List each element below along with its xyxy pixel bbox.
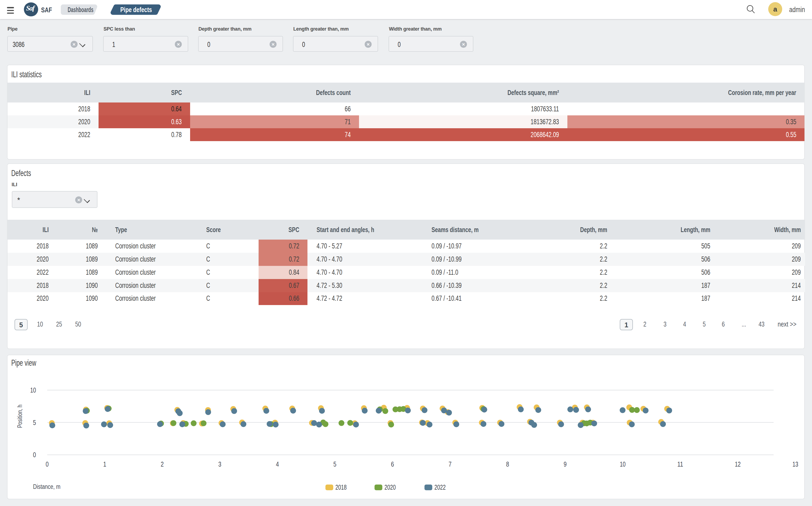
svg-text:0: 0 <box>46 460 49 468</box>
svg-text:11: 11 <box>677 460 683 468</box>
svg-text:13: 13 <box>792 460 798 468</box>
svg-text:10: 10 <box>30 386 36 394</box>
svg-text:5: 5 <box>334 460 337 468</box>
svg-text:2020: 2020 <box>384 484 396 491</box>
svg-text:Dashboards: Dashboards <box>68 6 93 13</box>
svg-text:12: 12 <box>735 460 741 468</box>
svg-text:1: 1 <box>103 460 106 468</box>
svg-text:2022: 2022 <box>435 484 446 491</box>
svg-text:4: 4 <box>276 460 279 468</box>
svg-text:0: 0 <box>33 451 36 459</box>
svg-text:2018: 2018 <box>336 484 347 491</box>
svg-text:5: 5 <box>33 419 36 426</box>
svg-text:8: 8 <box>506 460 509 468</box>
svg-text:7: 7 <box>449 460 452 468</box>
svg-text:Pipe defects: Pipe defects <box>120 6 152 13</box>
svg-text:2: 2 <box>161 460 164 468</box>
svg-text:10: 10 <box>620 460 625 468</box>
svg-text:3: 3 <box>218 460 221 468</box>
svg-text:Position, h: Position, h <box>16 405 23 428</box>
svg-text:6: 6 <box>391 460 394 468</box>
svg-text:Distance, m: Distance, m <box>33 483 60 490</box>
svg-text:9: 9 <box>564 460 567 468</box>
